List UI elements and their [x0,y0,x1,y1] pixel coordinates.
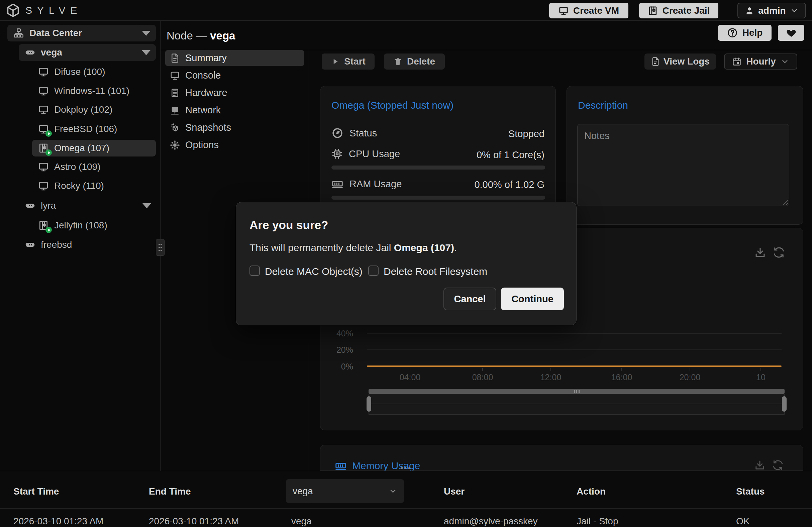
favorite-button[interactable] [778,25,804,41]
ram-value: 0.00% of 1.02 G [474,179,545,190]
tab-label: Console [185,70,221,81]
sidebar-item-rocky[interactable]: Rocky (110) [32,178,156,194]
x-axis-label: 08:00 [464,372,501,382]
delete-rootfs-label: Delete Root Filesystem [383,266,487,277]
cell-start-time: 2026-03-10 01:23 AM [13,516,103,527]
chart-tools [754,459,784,471]
brush-handle-left[interactable] [366,396,371,412]
server-icon [24,200,36,212]
tab-label: Network [185,105,221,116]
tab-snapshots[interactable]: Snapshots [165,120,304,135]
sylve-cube-icon [5,3,21,18]
cancel-button[interactable]: Cancel [444,288,496,310]
cell-node: vega [291,516,312,527]
jail-icon [38,142,49,154]
page-title-node: vega [210,29,235,42]
sidebar: Data Center vega Difuse (100) Windows-11… [0,21,161,471]
x-axis-label: 04:00 [392,372,429,382]
gridline-40 [367,333,782,334]
running-badge-icon [45,149,52,156]
snapshot-box-icon [170,123,180,133]
start-button[interactable]: Start [322,54,375,70]
continue-button[interactable]: Continue [501,288,564,310]
vm-monitor-icon [38,180,49,192]
sidebar-item-difuse[interactable]: Difuse (100) [32,63,156,80]
column-header-end-time: End Time [149,486,191,497]
tab-console[interactable]: Console [165,68,304,83]
monitor-icon [559,6,568,16]
chart-range-scrollbar[interactable] [368,389,785,394]
refresh-icon[interactable] [772,459,784,471]
node-title-bar: Node — vega Help [161,21,812,50]
page-title-prefix: Node — [166,29,207,42]
tree-label: FreeBSD (106) [54,124,117,134]
file-text-icon [170,53,180,63]
status-card: Omega (Stopped Just now) Status Stopped … [320,86,556,214]
node-filter-select[interactable]: vega [286,479,404,503]
sidebar-item-freebsd[interactable]: freebsd [19,236,156,253]
ram-progress-bar [331,195,545,200]
cpu-chip-icon [331,148,343,160]
sidebar-item-datacenter[interactable]: Data Center [8,25,156,42]
brush-handle-right[interactable] [782,396,787,412]
vm-monitor-icon [38,123,49,135]
top-bar: SYLVE Create VM Create Jail admin [0,0,812,21]
running-badge-icon [45,130,52,137]
tab-network[interactable]: Network [165,102,304,118]
user-menu-button[interactable]: admin [737,3,806,18]
tab-summary[interactable]: Summary [165,50,304,66]
tree-label: lyra [41,200,56,211]
tab-options[interactable]: Options [165,137,304,153]
log-file-icon [651,57,660,66]
user-icon [745,6,754,15]
chevron-down-icon [790,6,799,15]
sidebar-item-vega[interactable]: vega [19,44,156,61]
memory-chart-card: Memory Usage [320,445,803,471]
view-logs-button[interactable]: View Logs [644,54,716,70]
delete-mac-checkbox[interactable] [249,265,260,276]
sidebar-item-omega[interactable]: Omega (107) [32,140,156,157]
create-jail-button[interactable]: Create Jail [639,3,719,18]
download-icon[interactable] [754,246,767,259]
delete-rootfs-checkbox[interactable] [368,265,379,276]
sidebar-item-jellyfin[interactable]: Jellyfin (108) [32,217,156,234]
memory-card-title: Memory Usage [352,460,420,471]
sidebar-item-windows-11[interactable]: Windows-11 (101) [32,83,156,99]
datacenter-label: Data Center [29,28,82,39]
chevron-down-icon [142,31,150,36]
chevron-down-icon [142,50,150,55]
download-icon[interactable] [754,459,766,471]
hardware-card-icon [170,88,180,98]
sidebar-item-astro[interactable]: Astro (109) [32,159,156,175]
sidebar-item-dokploy[interactable]: Dokploy (102) [32,101,156,118]
panel-resize-handle[interactable] [401,467,410,469]
interval-select[interactable]: Hourly [724,54,797,70]
sidebar-item-freebsd-106[interactable]: FreeBSD (106) [32,121,156,137]
tree-label: Dokploy (102) [54,104,112,115]
ram-row-label: RAM Usage [331,178,402,190]
x-axis-label: 12:00 [533,372,569,382]
sidebar-item-lyra[interactable]: lyra [19,197,156,214]
tab-hardware[interactable]: Hardware [165,85,304,101]
chart-range-brush[interactable] [368,394,785,415]
trash-icon [394,57,402,66]
page-title: Node — vega [166,29,235,42]
help-button[interactable]: Help [718,25,771,41]
tree-label: Windows-11 (101) [54,86,129,96]
chart-tools [754,246,785,259]
cpu-progress-bar [331,165,545,170]
gear-icon [170,140,180,150]
tab-label: Options [185,140,219,150]
audit-log-panel: Start Time End Time vega User Action Sta… [0,471,812,527]
column-header-start-time: Start Time [13,486,59,497]
x-axis-label: 16:00 [603,372,640,382]
vega-label: vega [41,47,62,58]
notes-textarea[interactable] [577,124,789,206]
jail-icon [38,219,49,231]
x-tick [550,368,551,371]
delete-button[interactable]: Delete [384,54,445,70]
refresh-icon[interactable] [772,246,785,259]
create-vm-button[interactable]: Create VM [549,3,628,18]
column-header-action: Action [577,486,606,497]
column-header-user: User [444,486,465,497]
